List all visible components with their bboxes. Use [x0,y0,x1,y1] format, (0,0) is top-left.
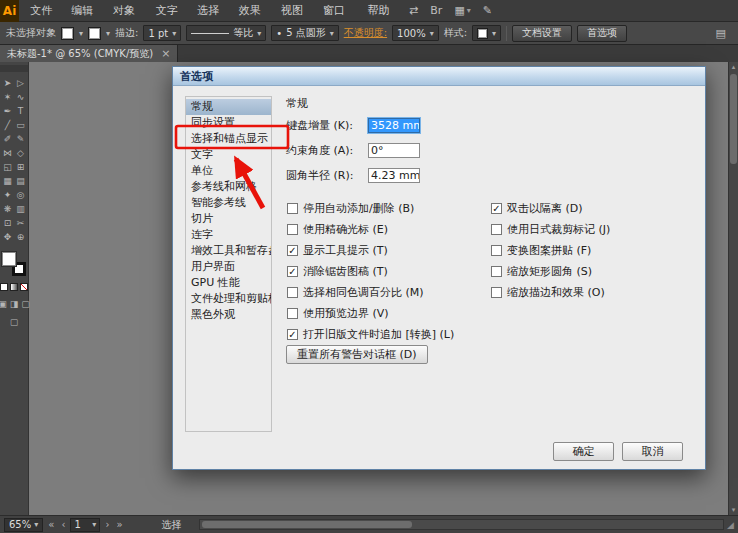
category-smart-guides[interactable]: 智能参考线 [186,195,271,211]
gradient-button[interactable] [10,283,18,291]
gradient-tool-icon[interactable]: ▤ [14,174,27,188]
mesh-tool-icon[interactable]: ▦ [1,174,14,188]
category-general[interactable]: 常规 [186,99,271,115]
checkbox-row-japanese-crop-marks[interactable]: 使用日式裁剪标记 (J) [491,219,610,240]
menu-window[interactable]: 窗口(W) [316,0,361,22]
category-appearance-of-black[interactable]: 黑色外观 [186,307,271,323]
previous-artboard-icon[interactable]: ‹ [59,519,67,530]
checkbox-row-scale-corners[interactable]: 缩放矩形圆角 (S) [491,261,610,282]
category-sync-settings[interactable]: 同步设置 [186,115,271,131]
checkbox[interactable] [491,224,502,235]
tools-panel-header[interactable] [0,65,28,72]
close-icon[interactable]: × [161,47,170,60]
color-button[interactable] [0,283,8,291]
horizontal-scrollbar[interactable] [199,519,725,530]
checkbox[interactable]: ✓ [287,266,298,277]
checkbox-row-disable-auto-add-delete[interactable]: 停用自动添加/删除 (B) [287,198,454,219]
checkbox[interactable] [287,308,298,319]
symbol-sprayer-tool-icon[interactable]: ❋ [1,202,14,216]
first-artboard-icon[interactable]: « [46,519,56,530]
next-artboard-icon[interactable]: › [103,519,111,530]
screen-mode-icon[interactable]: ▢ [10,317,19,327]
free-transform-tool-icon[interactable]: ◇ [14,146,27,160]
selection-tool-icon[interactable]: ➤ [1,76,14,90]
menu-effect[interactable]: 效果(C) [232,0,274,22]
checkbox[interactable]: ✓ [491,203,502,214]
checkbox[interactable] [287,224,298,235]
artboard-tool-icon[interactable]: ⊡ [1,216,14,230]
category-type[interactable]: 文字 [186,147,271,163]
artboard-navigation[interactable]: 1 ▾ [70,518,100,532]
paintbrush-tool-icon[interactable]: ✐ [1,132,14,146]
pencil-tool-icon[interactable]: ✎ [14,132,27,146]
fill-color-swatch[interactable] [61,27,74,40]
line-segment-tool-icon[interactable]: ╱ [1,118,14,132]
checkbox-row-precise-cursors[interactable]: 使用精确光标 (E) [287,219,454,240]
direct-selection-tool-icon[interactable]: ▷ [14,76,27,90]
sync-icon[interactable]: ⇄ [403,4,424,17]
checkbox[interactable] [287,287,298,298]
category-file-handling-clipboard[interactable]: 文件处理和剪贴板 [186,291,271,307]
menu-file[interactable]: 文件(F) [23,0,64,22]
opacity-combo[interactable]: 100% ▾ [392,25,439,41]
stroke-color-swatch[interactable] [88,27,101,40]
lasso-tool-icon[interactable]: ∿ [14,90,27,104]
pen-tool-icon[interactable]: ✒ [1,104,14,118]
menu-edit[interactable]: 编辑(E) [64,0,106,22]
checkbox-row-transform-pattern-tiles[interactable]: 变换图案拼贴 (F) [491,240,610,261]
stroke-dropdown-icon[interactable]: ▾ [106,29,110,38]
category-slices[interactable]: 切片 [186,211,271,227]
type-tool-icon[interactable]: T [14,104,27,118]
none-button[interactable] [20,283,28,291]
zoom-tool-icon[interactable]: ⊕ [14,230,27,244]
keyboard-increment-field[interactable]: 3528 mm [368,118,420,133]
checkbox-row-preview-bounds[interactable]: 使用预览边界 (V) [287,303,454,324]
opacity-label[interactable]: 不透明度: [344,26,387,40]
vertical-scrollbar[interactable]: ▴ ▾ [728,62,738,515]
preferences-button[interactable]: 首选项 [577,25,627,42]
last-artboard-icon[interactable]: » [114,519,124,530]
checkbox[interactable] [287,203,298,214]
eyedropper-tool-icon[interactable]: ✦ [1,188,14,202]
menu-type[interactable]: 文字(T) [149,0,190,22]
perspective-grid-tool-icon[interactable]: ⊞ [14,160,27,174]
stroke-width-combo[interactable]: 1 pt ▾ [143,25,181,41]
category-user-interface[interactable]: 用户界面 [186,259,271,275]
vertical-scroll-thumb[interactable] [730,74,737,164]
brush-combo[interactable]: • 5 点圆形 ▾ [271,25,338,41]
hand-tool-icon[interactable]: ✥ [1,230,14,244]
category-plugins-scratch-disks[interactable]: 增效工具和暂存盘 [186,243,271,259]
menu-select[interactable]: 选择(S) [190,0,232,22]
stroke-profile-combo[interactable]: 等比 ▾ [186,25,266,41]
shape-builder-tool-icon[interactable]: ◱ [1,160,14,174]
document-tab[interactable]: 未标题-1* @ 65% (CMYK/预览) × [0,45,178,62]
workspace-icon[interactable]: ✎ [477,4,498,17]
checkbox[interactable] [491,287,502,298]
checkbox[interactable] [491,245,502,256]
column-graph-tool-icon[interactable]: ▥ [14,202,27,216]
checkbox[interactable]: ✓ [287,329,298,340]
category-units[interactable]: 单位 [186,163,271,179]
fill-swatch[interactable] [2,252,16,266]
rectangle-tool-icon[interactable]: ▭ [14,118,27,132]
menu-help[interactable]: 帮助(H) [361,0,404,22]
corner-radius-field[interactable]: 4.23 mm [368,168,420,183]
horizontal-scroll-thumb[interactable] [202,521,412,528]
magic-wand-tool-icon[interactable]: ✶ [1,90,14,104]
fill-dropdown-icon[interactable]: ▾ [79,29,83,38]
style-combo[interactable]: ▾ [472,25,501,41]
document-setup-button[interactable]: 文档设置 [512,25,572,42]
draw-normal-icon[interactable]: ▣ [0,299,7,309]
scroll-up-icon[interactable]: ▴ [729,63,738,71]
reset-warnings-button[interactable]: 重置所有警告对话框 (D) [286,345,428,364]
width-tool-icon[interactable]: ⋈ [1,146,14,160]
zoom-control[interactable]: 65% ▾ [4,518,43,532]
bridge-icon[interactable]: Br [424,4,448,17]
draw-inside-icon[interactable]: ▢ [21,299,30,309]
panel-menu-icon[interactable]: ▤ [710,27,732,40]
checkbox-row-show-tool-tips[interactable]: ✓ 显示工具提示 (T) [287,240,454,261]
slice-tool-icon[interactable]: ✂ [14,216,27,230]
menu-object[interactable]: 对象(O) [106,0,149,22]
cancel-button[interactable]: 取消 [622,442,683,461]
checkbox[interactable]: ✓ [287,245,298,256]
